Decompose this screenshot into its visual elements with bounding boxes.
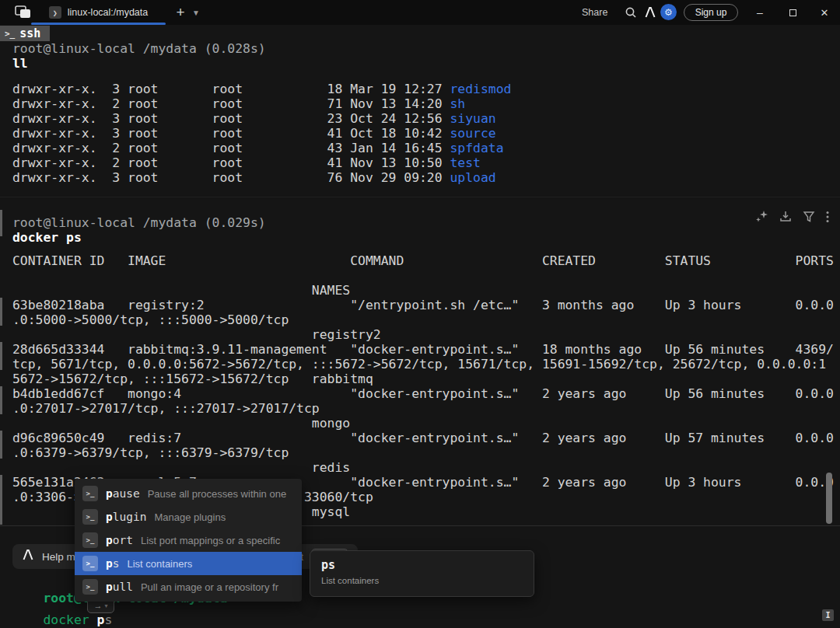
ll-row-upload: drwxr-xr-x. 3 root root 76 Nov 29 09:20 … bbox=[12, 170, 511, 185]
command-ll: ll bbox=[12, 56, 28, 71]
docker-ps-line-7: tcp, 5671/tcp, 0.0.0.0:5672->5672/tcp, :… bbox=[12, 357, 834, 372]
terminal-tab-icon: ❯ bbox=[49, 6, 61, 19]
docker-ps-line-13: .0:6379->6379/tcp, :::6379->6379/tcp bbox=[12, 445, 834, 460]
more-options-kebab-icon[interactable] bbox=[826, 211, 829, 223]
ll-row-spfdata: drwxr-xr-x. 2 root root 43 Jan 14 16:45 … bbox=[12, 141, 511, 155]
tab-options-chevron-icon[interactable]: ▼ bbox=[190, 6, 202, 19]
docker-ps-line-6: 28d665d33344 rabbitmq:3.9.11-management … bbox=[12, 342, 834, 357]
autocomplete-item-pause[interactable]: >_pausePause all processes within one bbox=[75, 482, 302, 505]
docker-ps-line-8: 5672->15672/tcp, :::15672->15672/tcp rab… bbox=[12, 372, 834, 386]
autocomplete-command: pull bbox=[106, 581, 133, 593]
sign-up-button[interactable]: Sign up bbox=[684, 4, 738, 21]
autocomplete-description: List containers bbox=[127, 558, 294, 570]
block-indicator-segment bbox=[0, 386, 2, 414]
terminal-icon: >_ bbox=[82, 579, 98, 595]
block-indicator-segment bbox=[0, 431, 2, 459]
docker-ps-line-4: .0:5000->5000/tcp, :::5000->5000/tcp bbox=[12, 312, 834, 327]
docker-ps-line-14: redis bbox=[12, 460, 834, 475]
ai-help-label: Help m bbox=[42, 551, 75, 563]
prompt-line-1: root@linux-local /mydata (0.028s) bbox=[12, 41, 266, 56]
docker-ps-line-2: NAMES bbox=[12, 283, 834, 298]
docker-ps-line-1 bbox=[12, 268, 834, 283]
settings-gear-icon[interactable]: ⚙ bbox=[660, 4, 677, 20]
terminal-icon: >_ bbox=[82, 532, 98, 548]
warp-ai-icon bbox=[22, 549, 34, 564]
terminal-icon: >_ bbox=[82, 486, 98, 501]
docker-ps-line-12: d96c89650c49 redis:7 "docker-entrypoint.… bbox=[12, 431, 834, 445]
tab-label: linux-local:/mydata bbox=[68, 7, 149, 18]
typed-prefix: p bbox=[97, 612, 105, 627]
terminal-prompt-icon: >_ bbox=[5, 29, 15, 39]
block-indicator-segment bbox=[0, 342, 2, 370]
docker-ps-line-0: CONTAINER ID IMAGE COMMAND CREATED STATU… bbox=[12, 253, 834, 268]
autocomplete-description: List port mappings or a specific bbox=[141, 535, 294, 546]
terminal-icon: >_ bbox=[82, 556, 98, 571]
typed-command: docker bbox=[43, 612, 96, 627]
ll-row-sh: drwxr-xr-x. 2 root root 71 Nov 13 14:20 … bbox=[12, 96, 511, 111]
block-indicator-segment bbox=[0, 298, 2, 326]
docker-ps-line-10: .0:27017->27017/tcp, :::27017->27017/tcp bbox=[12, 401, 834, 416]
maximize-button[interactable] bbox=[777, 0, 808, 25]
ai-sparkle-icon[interactable] bbox=[755, 210, 768, 223]
ll-row-siyuan: drwxr-xr-x. 3 root root 23 Oct 24 12:56 … bbox=[12, 111, 511, 126]
ll-row-source: drwxr-xr-x. 3 root root 41 Oct 18 10:42 … bbox=[12, 126, 511, 141]
autocomplete-item-port[interactable]: >_portList port mappings or a specific bbox=[75, 529, 302, 552]
autocomplete-command: pause bbox=[106, 487, 140, 500]
docker-ps-line-5: registry2 bbox=[12, 327, 834, 342]
autocomplete-description: Manage plugins bbox=[154, 511, 294, 523]
maximize-icon bbox=[789, 9, 796, 16]
command-docker-ps: docker ps bbox=[12, 230, 82, 245]
docker-ps-line-3: 63be80218aba registry:2 "/entrypoint.sh … bbox=[12, 298, 834, 312]
tab-linux-local[interactable]: ❯ linux-local:/mydata bbox=[31, 0, 166, 25]
block-toolbar bbox=[755, 210, 829, 223]
chevron-down-icon: ▾ bbox=[104, 603, 107, 609]
right-arrow-icon: → bbox=[93, 602, 102, 610]
ghost-suggestion: s bbox=[104, 612, 112, 627]
ssh-chip-label: ssh bbox=[19, 26, 40, 40]
corner-indicator-badge: I bbox=[822, 609, 834, 621]
search-icon[interactable] bbox=[623, 5, 639, 20]
docker-ps-line-9: b4db1edd67cf mongo:4 "docker-entrypoint.… bbox=[12, 386, 834, 401]
download-icon[interactable] bbox=[779, 211, 792, 223]
tooltip-title: ps bbox=[321, 558, 523, 572]
terminal-window: ❯ linux-local:/mydata + ▼ Share ⚙ Sign u… bbox=[0, 0, 840, 628]
autocomplete-tooltip: ps List containers bbox=[310, 550, 534, 597]
autocomplete-command: ps bbox=[106, 557, 119, 570]
block-indicator-segment bbox=[0, 475, 2, 525]
autocomplete-item-plugin[interactable]: >_pluginManage plugins bbox=[75, 505, 302, 529]
filter-icon[interactable] bbox=[803, 211, 815, 223]
autocomplete-command: port bbox=[106, 534, 133, 546]
autocomplete-description: Pull an image or a repository fr bbox=[141, 581, 294, 593]
ll-row-redismod: drwxr-xr-x. 3 root root 18 Mar 19 12:27 … bbox=[12, 82, 511, 96]
close-button[interactable]: ✕ bbox=[809, 0, 840, 25]
autocomplete-dropdown: >_pausePause all processes within one>_p… bbox=[75, 479, 302, 602]
docker-ps-line-11: mongo bbox=[12, 416, 834, 431]
block-indicator-segment bbox=[0, 210, 2, 236]
ssh-block-chip[interactable]: >_ ssh bbox=[0, 26, 50, 41]
share-button[interactable]: Share bbox=[582, 0, 607, 25]
active-tab-underline bbox=[31, 23, 166, 25]
autocomplete-command: plugin bbox=[106, 511, 146, 523]
new-tab-button[interactable]: + bbox=[171, 3, 190, 22]
autocomplete-item-ps[interactable]: >_psList containers bbox=[75, 552, 302, 575]
ll-output: drwxr-xr-x. 3 root root 18 Mar 19 12:27 … bbox=[12, 82, 511, 185]
autocomplete-description: Pause all processes within one bbox=[148, 488, 294, 500]
warp-ai-icon[interactable] bbox=[642, 5, 658, 20]
prompt-line-2: root@linux-local /mydata (0.029s) bbox=[12, 215, 266, 230]
terminal-icon: >_ bbox=[82, 509, 98, 525]
app-logo-icon bbox=[14, 5, 33, 19]
scrollbar-thumb[interactable] bbox=[826, 473, 832, 524]
block-divider bbox=[0, 197, 840, 197]
minimize-button[interactable]: – bbox=[744, 0, 775, 25]
titlebar: ❯ linux-local:/mydata + ▼ Share ⚙ Sign u… bbox=[0, 0, 840, 25]
tooltip-description: List containers bbox=[321, 576, 523, 585]
ll-row-test: drwxr-xr-x. 2 root root 41 Nov 13 10:50 … bbox=[12, 155, 511, 170]
autocomplete-item-pull[interactable]: >_pullPull an image or a repository fr bbox=[75, 575, 302, 598]
